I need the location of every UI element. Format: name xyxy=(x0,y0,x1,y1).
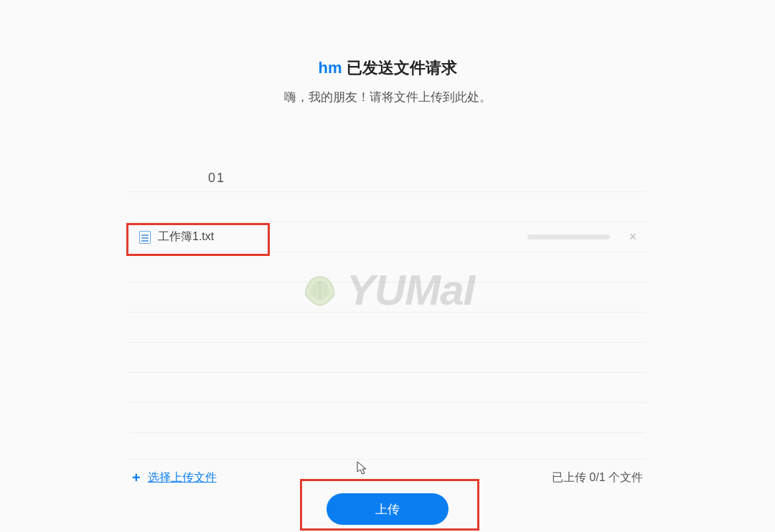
file-list-area: 01 工作簿1.txt × xyxy=(129,163,646,433)
page-header: hm已发送文件请求 嗨，我的朋友！请将文件上传到此处。 xyxy=(0,0,775,105)
list-row-empty xyxy=(129,282,646,313)
list-row-empty xyxy=(129,343,646,373)
title-text: 已发送文件请求 xyxy=(347,59,457,77)
step-number: 01 xyxy=(129,163,646,192)
upload-progress-bar xyxy=(527,234,610,239)
sender-name: hm xyxy=(319,59,342,77)
text-file-icon xyxy=(139,231,151,244)
list-row-empty xyxy=(129,313,646,343)
upload-button[interactable]: 上传 xyxy=(327,493,448,525)
file-row[interactable]: 工作簿1.txt × xyxy=(129,222,646,252)
list-row-empty xyxy=(129,373,646,403)
select-files-label: 选择上传文件 xyxy=(148,470,217,485)
list-row-empty xyxy=(129,252,646,282)
plus-icon: + xyxy=(132,470,141,486)
file-name: 工作簿1.txt xyxy=(158,229,214,244)
list-row-empty xyxy=(129,192,646,222)
upload-button-container: 上传 xyxy=(327,493,448,525)
footer-bar: + 选择上传文件 已上传 0/1 个文件 xyxy=(129,459,646,486)
remove-file-button[interactable]: × xyxy=(626,229,640,244)
list-row-empty xyxy=(129,403,646,433)
page-title: hm已发送文件请求 xyxy=(0,57,775,79)
upload-count: 0/1 xyxy=(589,471,605,483)
upload-status: 已上传 0/1 个文件 xyxy=(552,470,643,485)
select-files-link[interactable]: + 选择上传文件 xyxy=(132,470,217,486)
page-subtitle: 嗨，我的朋友！请将文件上传到此处。 xyxy=(0,89,775,105)
